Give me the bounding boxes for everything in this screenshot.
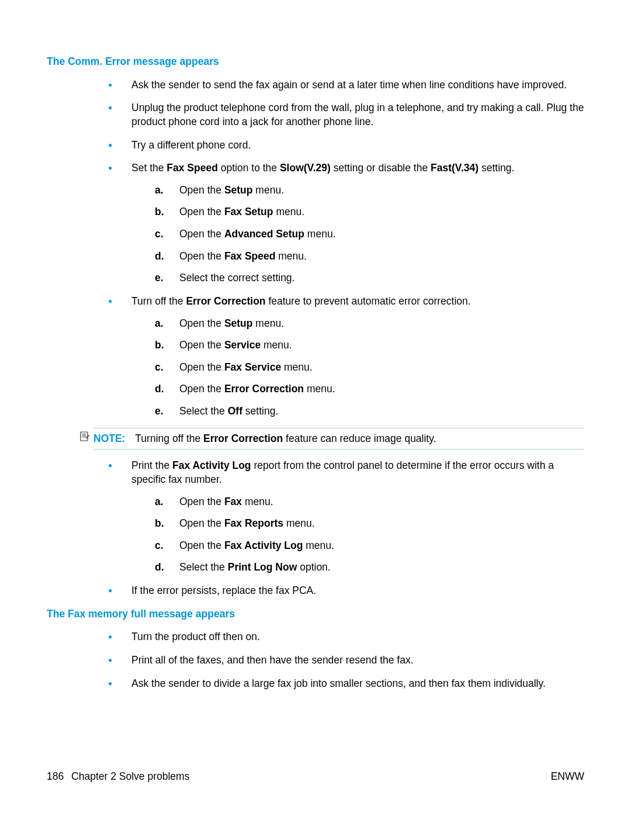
- bold-text: Fax Speed: [167, 162, 218, 174]
- body-text: Try a different phone cord.: [131, 139, 251, 151]
- chapter-title: Chapter 2 Solve problems: [71, 770, 189, 782]
- list-item: d.Open the Fax Speed menu.: [155, 250, 584, 264]
- heading-comm-error: The Comm. Error message appears: [47, 55, 584, 69]
- body-text: menu.: [303, 540, 334, 551]
- bold-text: Setup: [224, 184, 253, 196]
- body-text: Turn the product off then on.: [131, 631, 260, 642]
- body-text: Ask the sender to send the fax again or …: [131, 79, 567, 91]
- body-text: Select the correct setting.: [179, 272, 294, 284]
- step-label: e.: [155, 271, 164, 285]
- bold-text: Setup: [224, 317, 253, 329]
- body-text: Open the: [179, 250, 224, 262]
- body-text: Open the: [179, 184, 224, 196]
- step-label: d.: [155, 382, 164, 396]
- body-text: Print all of the faxes, and then have th…: [131, 654, 414, 666]
- list-item: Set the Fax Speed option to the Slow(V.2…: [108, 161, 584, 285]
- list-item: b.Open the Fax Setup menu.: [155, 205, 584, 219]
- step-label: a.: [155, 184, 164, 198]
- note-label: NOTE:: [93, 433, 125, 444]
- bold-text: Fax Service: [224, 361, 281, 373]
- body-text: setting or disable the: [331, 162, 431, 174]
- list-item: Print all of the faxes, and then have th…: [108, 654, 584, 668]
- ordered-list: a.Open the Setup menu. b.Open the Servic…: [131, 317, 584, 419]
- body-text: Open the: [179, 496, 224, 507]
- page-footer: 186 Chapter 2 Solve problems ENWW: [47, 770, 584, 784]
- body-text: menu.: [281, 361, 313, 373]
- body-text: option to the: [218, 162, 280, 174]
- step-label: b.: [155, 338, 164, 352]
- bold-text: Fax: [224, 496, 242, 507]
- list-item: c.Open the Advanced Setup menu.: [155, 227, 584, 241]
- body-text: Print the: [131, 459, 172, 471]
- list-item: c.Open the Fax Service menu.: [155, 361, 584, 375]
- footer-left: 186 Chapter 2 Solve problems: [47, 770, 189, 784]
- list-item: e.Select the Off setting.: [155, 405, 584, 419]
- bullet-list-mem-full: Turn the product off then on. Print all …: [47, 630, 584, 690]
- step-label: a.: [155, 317, 164, 331]
- body-text: feature can reduce image quality.: [283, 433, 436, 444]
- list-item: a.Open the Setup menu.: [155, 184, 584, 198]
- list-item: Try a different phone cord.: [108, 139, 584, 153]
- body-text: Open the: [179, 517, 224, 529]
- note-text: Turning off the Error Correction feature…: [135, 433, 436, 444]
- body-text: Open the: [179, 339, 224, 351]
- step-label: d.: [155, 250, 164, 264]
- list-item: Turn off the Error Correction feature to…: [108, 295, 584, 419]
- body-text: Open the: [179, 317, 224, 329]
- list-item: a.Open the Fax menu.: [155, 495, 584, 509]
- list-item: d.Select the Print Log Now option.: [155, 561, 584, 575]
- list-item: a.Open the Setup menu.: [155, 317, 584, 331]
- step-label: e.: [155, 405, 164, 419]
- body-text: menu.: [275, 250, 307, 262]
- body-text: Set the: [131, 162, 167, 174]
- body-text: menu.: [273, 206, 305, 217]
- list-item: b.Open the Fax Reports menu.: [155, 517, 584, 531]
- body-text: Turn off the: [131, 295, 186, 307]
- bullet-list-comm-error-cont: Print the Fax Activity Log report from t…: [47, 459, 584, 597]
- body-text: Select the: [179, 561, 228, 573]
- bold-text: Fax Speed: [224, 250, 276, 262]
- body-text: Select the: [179, 405, 228, 417]
- body-text: Open the: [179, 361, 224, 373]
- bold-text: Fax Reports: [224, 517, 283, 529]
- list-item: d.Open the Error Correction menu.: [155, 382, 584, 396]
- body-text: menu.: [261, 339, 292, 351]
- bold-text: Slow(V.29): [280, 162, 331, 174]
- page-content: The Comm. Error message appears Ask the …: [47, 55, 584, 690]
- list-item: Ask the sender to send the fax again or …: [108, 78, 584, 92]
- body-text: menu.: [283, 517, 315, 529]
- body-text: Open the: [179, 228, 224, 240]
- body-text: Open the: [179, 540, 224, 551]
- body-text: feature to prevent automatic error corre…: [266, 295, 471, 307]
- list-item: Unplug the product telephone cord from t…: [108, 101, 584, 129]
- body-text: menu.: [304, 383, 335, 395]
- bold-text: Error Correction: [186, 295, 265, 307]
- list-item: Turn the product off then on.: [108, 630, 584, 644]
- note-callout: NOTE: Turning off the Error Correction f…: [93, 428, 584, 450]
- body-text: menu.: [304, 228, 336, 240]
- body-text: menu.: [253, 184, 285, 196]
- body-text: setting.: [242, 405, 278, 417]
- body-text: Unplug the product telephone cord from t…: [131, 102, 584, 127]
- bold-text: Error Correction: [224, 383, 304, 395]
- svg-rect-0: [81, 432, 88, 441]
- bold-text: Advanced Setup: [224, 228, 304, 240]
- bold-text: Fast(V.34): [431, 162, 479, 174]
- bold-text: Error Correction: [203, 433, 283, 444]
- list-item: c.Open the Fax Activity Log menu.: [155, 539, 584, 553]
- bold-text: Service: [224, 339, 261, 351]
- body-text: Open the: [179, 206, 224, 217]
- body-text: menu.: [242, 496, 273, 507]
- body-text: option.: [297, 561, 330, 573]
- bold-text: Fax Setup: [224, 206, 273, 217]
- bullet-list-comm-error: Ask the sender to send the fax again or …: [47, 78, 584, 419]
- page-number: 186: [47, 770, 64, 782]
- step-label: a.: [155, 495, 164, 509]
- step-label: d.: [155, 561, 164, 575]
- step-label: c.: [155, 539, 164, 553]
- bold-text: Print Log Now: [228, 561, 297, 573]
- list-item: b.Open the Service menu.: [155, 338, 584, 352]
- body-text: Ask the sender to divide a large fax job…: [131, 677, 546, 689]
- body-text: If the error persists, replace the fax P…: [131, 585, 316, 596]
- bold-text: Fax Activity Log: [224, 540, 303, 551]
